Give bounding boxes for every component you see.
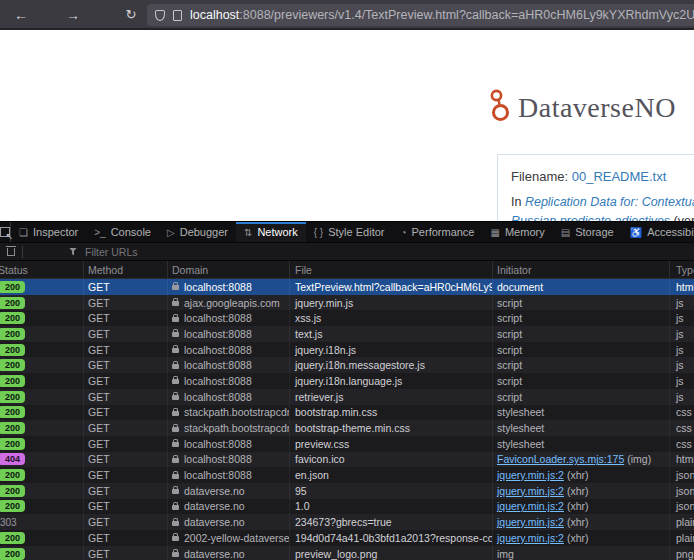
- clear-requests-button[interactable]: [0, 248, 22, 256]
- lock-icon: [172, 317, 179, 322]
- initiator-cell: jquery.min.js:2(xhr): [493, 499, 670, 515]
- initiator-text: img: [497, 548, 514, 560]
- file-text: en.json: [295, 469, 329, 481]
- method-cell: GET: [84, 546, 168, 560]
- reload-button[interactable]: ↻: [120, 4, 142, 26]
- status-cell: 200: [0, 342, 84, 358]
- domain-text: 2002-yellow-dataverseno.s3…: [184, 532, 290, 544]
- request-row[interactable]: 200GETlocalhost:8088preview.cssstyleshee…: [0, 436, 694, 452]
- url-bar[interactable]: localhost:8088/previewers/v1.4/TextPrevi…: [147, 4, 694, 26]
- request-row[interactable]: 200GETlocalhost:8088jquery.i18n.language…: [0, 373, 694, 389]
- request-row[interactable]: 200GET2002-yellow-dataverseno.s3…194d0d7…: [0, 530, 694, 546]
- status-badge: 200: [0, 328, 25, 340]
- request-row[interactable]: 200GETdataverse.nopreview_logo.pngimgpng: [0, 546, 694, 560]
- tab-label: Style Editor: [328, 226, 384, 238]
- status-badge: 200: [0, 375, 25, 387]
- filename-link[interactable]: 00_README.txt: [572, 169, 667, 184]
- column-header-domain[interactable]: Domain: [168, 261, 290, 278]
- initiator-link[interactable]: jquery.min.js:2: [497, 516, 564, 528]
- request-row[interactable]: 200GETdataverse.no1.0jquery.min.js:2(xhr…: [0, 499, 694, 515]
- tab-label: Network: [257, 226, 297, 238]
- initiator-link[interactable]: jquery.min.js:2: [497, 532, 564, 544]
- tab-memory[interactable]: ▦Memory: [483, 222, 553, 242]
- domain-cell: localhost:8088: [168, 279, 290, 295]
- domain-cell: localhost:8088: [168, 310, 290, 326]
- pick-element-button[interactable]: ↖: [0, 222, 11, 242]
- tab-network[interactable]: ⇅Network: [236, 222, 306, 242]
- domain-text: localhost:8088: [184, 328, 252, 340]
- status-cell: 200: [0, 310, 84, 326]
- request-row[interactable]: 404GETlocalhost:8088favicon.icoFaviconLo…: [0, 452, 694, 468]
- domain-text: localhost:8088: [184, 438, 252, 450]
- domain-text: stackpath.bootstrapcdn.com: [184, 422, 290, 434]
- domain-cell: dataverse.no: [168, 483, 290, 499]
- type-cell: css: [670, 405, 694, 421]
- method-cell: GET: [84, 405, 168, 421]
- initiator-link[interactable]: jquery.min.js:2: [497, 500, 564, 512]
- initiator-link[interactable]: jquery.min.js:2: [497, 485, 564, 497]
- request-row[interactable]: 200GETlocalhost:8088retriever.jsscriptjs: [0, 389, 694, 405]
- domain-cell: localhost:8088: [168, 389, 290, 405]
- initiator-cell: jquery.min.js:2(xhr): [493, 514, 670, 530]
- request-row[interactable]: 200GETstackpath.bootstrapcdn.combootstra…: [0, 405, 694, 421]
- tab-style-editor[interactable]: { }Style Editor: [306, 222, 393, 242]
- request-row[interactable]: 200GETlocalhost:8088xss.jsscriptjs: [0, 310, 694, 326]
- accessibility-icon: ♿: [630, 227, 642, 238]
- request-row[interactable]: 200GETlocalhost:8088jquery.i18n.jsscript…: [0, 342, 694, 358]
- status-badge: 200: [0, 297, 25, 309]
- initiator-cell: jquery.min.js:2(xhr): [493, 483, 670, 499]
- request-list: 200GETlocalhost:8088TextPreview.html?cal…: [0, 279, 694, 560]
- request-row[interactable]: 200GETajax.googleapis.comjquery.min.jssc…: [0, 295, 694, 311]
- tab-debugger[interactable]: ▷Debugger: [159, 222, 236, 242]
- column-header-file[interactable]: File: [290, 261, 493, 278]
- tab-inspector[interactable]: ❏Inspector: [11, 222, 86, 242]
- file-cell: preview_logo.png: [290, 546, 493, 560]
- type-cell: js: [670, 342, 694, 358]
- initiator-cell: script: [493, 295, 670, 311]
- network-filterbar: Filter URLs: [0, 243, 694, 261]
- status-badge: 200: [0, 359, 25, 371]
- lock-icon: [172, 474, 179, 479]
- status-badge: 200: [0, 312, 25, 324]
- file-text: 1.0: [295, 500, 310, 512]
- type-cell: json: [670, 499, 694, 515]
- lock-icon: [172, 536, 179, 541]
- shield-icon[interactable]: [155, 10, 165, 21]
- status-cell: 404: [0, 452, 84, 468]
- column-header-status[interactable]: Status: [0, 261, 84, 278]
- initiator-link[interactable]: FaviconLoader.sys.mjs:175: [497, 453, 624, 465]
- request-row[interactable]: 200GETlocalhost:8088TextPreview.html?cal…: [0, 279, 694, 295]
- request-row[interactable]: 200GETlocalhost:8088en.jsonjquery.min.js…: [0, 467, 694, 483]
- page-info-icon[interactable]: [173, 10, 182, 21]
- initiator-text: script: [497, 344, 522, 356]
- tab-performance[interactable]: ◔Performance: [392, 222, 482, 242]
- method-cell: GET: [84, 310, 168, 326]
- filter-urls-input[interactable]: Filter URLs: [85, 246, 138, 258]
- column-header-method[interactable]: Method: [84, 261, 168, 278]
- domain-text: stackpath.bootstrapcdn.com: [184, 406, 290, 418]
- request-row[interactable]: 200GETlocalhost:8088jquery.i18n.messages…: [0, 357, 694, 373]
- type-cell: js: [670, 389, 694, 405]
- status-badge: 200: [0, 422, 25, 434]
- type-cell: js: [670, 295, 694, 311]
- status-cell: 200: [0, 483, 84, 499]
- forward-button[interactable]: →: [62, 4, 84, 26]
- lock-icon: [172, 379, 179, 384]
- initiator-text: script: [497, 359, 522, 371]
- column-header-type[interactable]: Type: [670, 261, 694, 278]
- domain-cell: localhost:8088: [168, 342, 290, 358]
- tab-console[interactable]: >_Console: [86, 222, 159, 242]
- tab-storage[interactable]: ▤Storage: [553, 222, 622, 242]
- tab-accessibility[interactable]: ♿Accessibility: [622, 222, 694, 242]
- request-row[interactable]: 200GETdataverse.no95jquery.min.js:2(xhr)…: [0, 483, 694, 499]
- type-cell: js: [670, 310, 694, 326]
- back-button[interactable]: ←: [10, 4, 32, 26]
- type-cell: plain: [670, 530, 694, 546]
- initiator-link[interactable]: jquery.min.js:2: [497, 469, 564, 481]
- request-row[interactable]: 200GETlocalhost:8088text.jsscriptjs: [0, 326, 694, 342]
- request-row[interactable]: 200GETstackpath.bootstrapcdn.combootstra…: [0, 420, 694, 436]
- column-header-initiator[interactable]: Initiator: [493, 261, 670, 278]
- dataset-title-line2: Russian predicate adjectives: [511, 214, 670, 221]
- request-row[interactable]: 303GETdataverse.no234673?gbrecs=truejque…: [0, 514, 694, 530]
- lock-icon: [172, 332, 179, 337]
